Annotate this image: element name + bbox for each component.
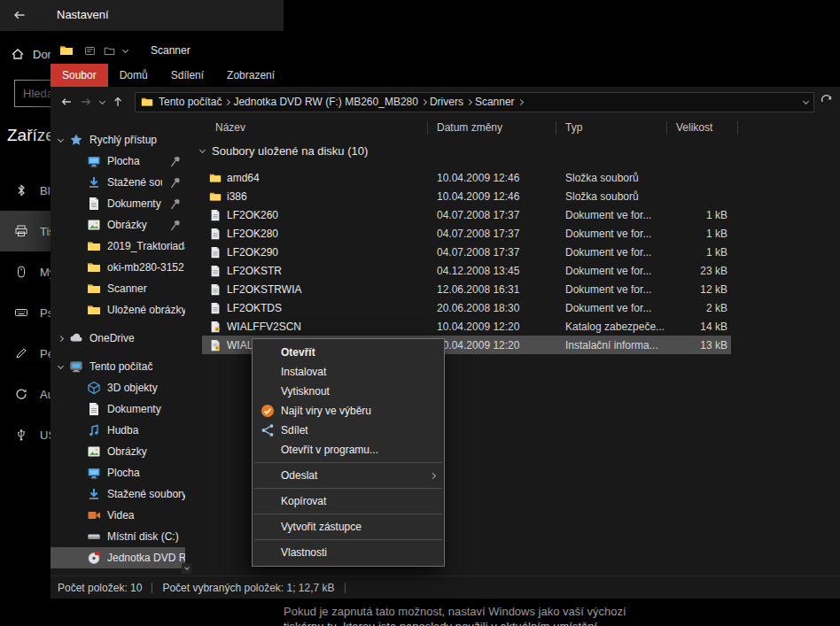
nav-tree-item[interactable]: 2019_Traktoriada — [51, 236, 185, 257]
refresh-icon[interactable] — [820, 95, 834, 109]
home-icon — [11, 47, 25, 61]
file-size-cell: 12 kB — [667, 283, 731, 296]
nav-tree-item[interactable]: Dokumenty — [51, 193, 185, 214]
file-row[interactable]: WIALFFV2SCN10.04.2009 12:20Katalog zabez… — [202, 317, 731, 336]
column-header[interactable]: Název — [193, 121, 428, 135]
context-menu-item[interactable]: Vlastnosti — [253, 543, 444, 562]
back-arrow-icon[interactable] — [12, 8, 27, 22]
nav-forward-button[interactable] — [76, 92, 96, 112]
nav-tree-item[interactable]: Videa — [51, 505, 185, 526]
qat-properties-icon[interactable] — [84, 45, 96, 57]
nav-tree-item[interactable]: OneDrive — [51, 328, 185, 349]
context-menu-item[interactable]: Sdílet — [253, 421, 444, 440]
nav-tree-item[interactable]: Místní disk (C:) — [51, 526, 185, 547]
nav-tree-item[interactable]: Jednotka DVD RW — [51, 547, 185, 568]
nav-tree-item[interactable]: Stažené soubory — [51, 172, 185, 193]
file-row[interactable]: LF2OK28004.07.2008 17:37Dokument ve for.… — [202, 224, 731, 243]
nav-tree-label: Jednotka DVD RW — [107, 552, 185, 564]
context-menu-item[interactable]: Kopírovat — [253, 491, 444, 511]
context-menu-item[interactable]: Otevřít — [253, 343, 444, 362]
nav-tree-item[interactable]: Uložené obrázky — [51, 299, 185, 321]
nav-up-button[interactable] — [108, 92, 128, 112]
folder-icon — [87, 239, 101, 253]
nav-scroll-down-button[interactable] — [182, 563, 191, 574]
column-header[interactable]: Datum změny — [428, 121, 556, 135]
ribbon-tab[interactable]: Soubor — [51, 64, 108, 87]
menu-icon-slot — [260, 469, 276, 483]
context-menu-label: Otevřít — [281, 346, 315, 359]
nav-tree-item[interactable]: Obrázky — [51, 214, 185, 236]
ribbon-tab[interactable]: Zobrazení — [215, 64, 286, 87]
qat-new-folder-icon[interactable] — [104, 45, 115, 57]
column-header[interactable]: Velikost — [667, 121, 738, 135]
menu-separator — [254, 539, 442, 540]
context-menu-label: Vytvořit zástupce — [281, 521, 362, 533]
address-field[interactable]: Tento počítačJednotka DVD RW (F:) MB260_… — [135, 92, 814, 112]
nav-tree-item[interactable]: Rychlý přístup — [51, 129, 185, 151]
nav-tree-label: 2019_Traktoriada — [107, 240, 185, 252]
breadcrumb-segment[interactable]: Tento počítač — [159, 96, 222, 108]
explorer-titlebar: Scanner — [51, 37, 840, 64]
cube-icon — [87, 381, 101, 395]
file-row[interactable]: LF2OK26004.07.2008 17:37Dokument ve for.… — [202, 205, 731, 224]
nav-tree-item[interactable]: Tento počítač — [51, 356, 185, 377]
file-rows: amd6410.04.2009 12:46Složka souborůi3861… — [202, 163, 840, 354]
file-row[interactable]: LF2OKSTRWIA12.06.2008 16:31Dokument ve f… — [202, 280, 731, 298]
file-size-cell: 1 kB — [667, 209, 731, 221]
file-row[interactable]: i38610.04.2009 12:46Složka souborů — [202, 187, 731, 205]
context-menu-item[interactable]: Otevřít v programu... — [253, 440, 444, 460]
address-dropdown-chevron-icon[interactable] — [803, 97, 809, 104]
status-text: Počet vybraných položek: 1; 12,7 kB — [162, 582, 334, 594]
file-size-cell: 1 kB — [667, 228, 731, 240]
file-explorer-window: Scanner SouborDomůSdíleníZobrazení Tento… — [51, 37, 840, 599]
picture-icon — [87, 218, 101, 232]
nav-tree-item[interactable]: oki-mb280-3152 — [51, 257, 185, 278]
file-name-cell: amd64 — [202, 172, 428, 184]
file-name-label: LF2OKTDS — [227, 302, 282, 314]
breadcrumb-segment[interactable]: Jednotka DVD RW (F:) MB260_MB280 — [233, 96, 418, 108]
context-menu-item[interactable]: Najít viry ve výběru — [253, 401, 444, 421]
file-row[interactable]: LF2OKSTR04.12.2008 13:45Dokument ve for.… — [202, 261, 731, 280]
nav-tree-item[interactable]: Stažené soubory — [51, 483, 185, 505]
file-row[interactable]: LF2OK29004.07.2008 17:37Dokument ve for.… — [202, 243, 731, 261]
chevron-down-icon — [184, 565, 190, 570]
file-name-cell: LF2OK290 — [202, 246, 428, 259]
file-type-cell: Instalační informa... — [556, 339, 667, 352]
navigation-pane: Rychlý přístupPlochaStažené souboryDokum… — [51, 117, 193, 576]
file-date-cell: 20.06.2008 18:30 — [428, 302, 556, 314]
virus-icon — [260, 405, 276, 418]
nav-tree-item[interactable]: Hudba — [51, 420, 185, 441]
ribbon-tab[interactable]: Sdílení — [159, 64, 215, 87]
breadcrumb-chevron-icon — [421, 98, 427, 104]
nav-tree-item[interactable]: 3D objekty — [51, 377, 185, 398]
nav-tree-item[interactable]: Plocha — [51, 151, 185, 172]
file-name-cell: LF2OKSTR — [202, 265, 428, 277]
file-row[interactable]: amd6410.04.2009 12:46Složka souborů — [202, 168, 731, 187]
nav-tree-item[interactable]: Plocha — [51, 462, 185, 483]
file-type-cell: Dokument ve for... — [556, 228, 667, 240]
recent-locations-button[interactable] — [96, 101, 108, 104]
nav-tree-item[interactable]: Obrázky — [51, 441, 185, 462]
ribbon-tab[interactable]: Domů — [108, 64, 159, 87]
nav-tree-item[interactable]: Dokumenty — [51, 398, 185, 420]
breadcrumb-segment[interactable]: Drivers — [430, 96, 463, 108]
quick-access-toolbar — [84, 45, 128, 57]
nav-back-button[interactable] — [57, 92, 76, 112]
group-header[interactable]: Soubory uložené na disku (10) — [193, 138, 840, 163]
breadcrumb-segment[interactable]: Scanner — [475, 96, 515, 108]
file-name-label: LF2OKSTR — [227, 265, 282, 277]
docfile-icon — [209, 209, 222, 221]
qat-customize-chevron-icon[interactable] — [122, 46, 128, 52]
column-header[interactable]: Typ — [556, 121, 667, 135]
file-date-cell: 04.07.2008 17:37 — [428, 246, 556, 259]
breadcrumb-chevron-icon — [517, 98, 524, 104]
context-menu-item[interactable]: Vytisknout — [253, 382, 444, 401]
context-menu-item[interactable]: Odeslat — [253, 466, 444, 485]
context-menu-item[interactable]: Vytvořit zástupce — [253, 517, 444, 537]
file-date-cell: 04.12.2008 13:45 — [428, 265, 556, 277]
nav-tree-label: Stažené soubory — [107, 176, 162, 189]
nav-tree-item[interactable]: Scanner — [51, 278, 185, 299]
context-menu-item[interactable]: Instalovat — [253, 362, 444, 382]
file-row[interactable]: LF2OKTDS20.06.2008 18:30Dokument ve for.… — [202, 298, 731, 317]
context-menu-label: Vytisknout — [281, 385, 330, 398]
